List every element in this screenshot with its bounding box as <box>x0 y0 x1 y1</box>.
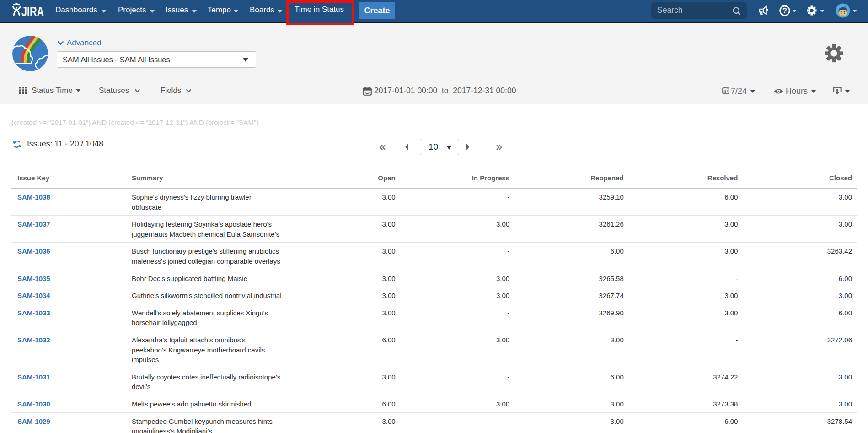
svg-text:JIRA: JIRA <box>21 4 44 19</box>
svg-text:?: ? <box>782 7 787 15</box>
